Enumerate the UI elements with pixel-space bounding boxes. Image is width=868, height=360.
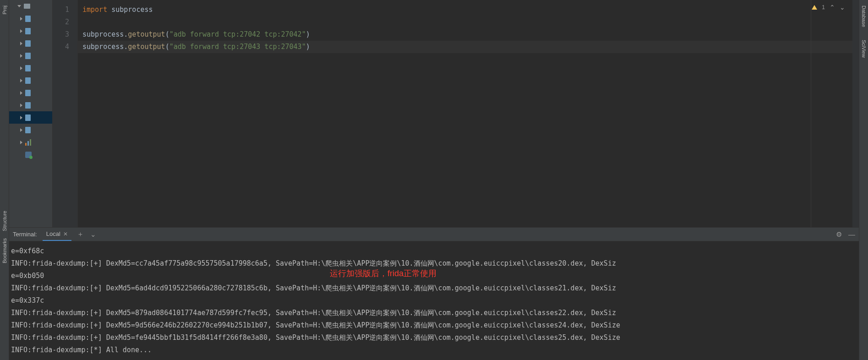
project-tool-button[interactable]: Proj: [2, 5, 7, 15]
file-icon: [25, 53, 31, 59]
chevron-right-icon: [20, 91, 22, 95]
right-tool-stripe: Database SciView: [859, 0, 868, 360]
tree-item[interactable]: [9, 74, 52, 87]
folder-icon: [24, 4, 30, 9]
terminal-line: INFO:frida-dexdump:[+] DexMd5=879ad08641…: [11, 307, 857, 319]
new-session-icon[interactable]: ＋: [77, 230, 84, 239]
inspection-stripe[interactable]: [852, 0, 859, 227]
file-icon: [25, 127, 31, 133]
chevron-down-icon: [17, 5, 21, 7]
editor-status-bar: 1 ⌃ ⌄: [812, 4, 845, 11]
code-line[interactable]: [78, 16, 852, 28]
chevron-right-icon: [20, 79, 22, 82]
line-number: 3: [53, 28, 77, 41]
line-number: 1: [53, 4, 77, 16]
terminal-line: INFO:frida-dexdump:[+] DexMd5=6ad4dcd919…: [11, 282, 857, 295]
warning-icon[interactable]: [812, 5, 817, 10]
tree-item-external[interactable]: [9, 136, 52, 148]
file-icon: [25, 16, 31, 22]
file-icon: [25, 77, 31, 84]
bookmarks-tool-button[interactable]: Bookmarks: [2, 238, 7, 263]
left-tool-stripe: Proj Structure Bookmarks: [0, 0, 9, 360]
code-area[interactable]: import subprocess subprocess.getoutput("…: [78, 0, 852, 227]
scratches-icon: [25, 152, 32, 158]
terminal-title: Terminal:: [13, 231, 37, 238]
tree-item[interactable]: [9, 25, 52, 37]
terminal-line: INFO:frida-dexdump:[*] All done...: [11, 344, 857, 356]
line-number: 2: [53, 16, 77, 28]
session-dropdown-icon[interactable]: ⌄: [90, 230, 96, 239]
terminal-tab-label: Local: [46, 230, 60, 237]
warning-count: 1: [822, 4, 825, 11]
terminal-tab-local[interactable]: Local ✕: [43, 228, 71, 241]
tree-item[interactable]: [9, 37, 52, 49]
chevron-right-icon: [20, 42, 22, 45]
file-icon: [25, 115, 31, 121]
tree-item-scratches[interactable]: [9, 148, 52, 161]
external-libraries-icon: [25, 139, 31, 146]
chevron-right-icon: [20, 17, 22, 21]
terminal-header: Terminal: Local ✕ ＋ ⌄ ⚙ —: [9, 228, 859, 241]
next-highlight-icon[interactable]: ⌄: [840, 4, 845, 11]
tree-folder-root[interactable]: [9, 0, 52, 12]
editor-gutter: 1 2 3 4: [53, 0, 78, 227]
tree-item[interactable]: [9, 62, 52, 74]
file-icon: [25, 102, 31, 109]
upper-split: 1 2 3 4 import subprocess subprocess.get…: [9, 0, 859, 227]
code-editor[interactable]: 1 2 3 4 import subprocess subprocess.get…: [53, 0, 859, 227]
structure-tool-button[interactable]: Structure: [2, 211, 7, 231]
tree-item-selected[interactable]: [9, 111, 52, 124]
terminal-line: e=0xf68c: [11, 245, 857, 257]
file-icon: [25, 90, 31, 96]
terminal-line: INFO:frida-dexdump:[+] DexMd5=fe9445bbf1…: [11, 332, 857, 344]
file-icon: [25, 40, 31, 47]
chevron-right-icon: [20, 66, 22, 70]
chevron-right-icon: [20, 29, 22, 33]
code-line-current[interactable]: subprocess.getoutput("adb forward tcp:27…: [78, 41, 852, 53]
annotation-overlay: 运行加强版后，frida正常使用: [330, 268, 437, 279]
tree-item[interactable]: [9, 124, 52, 136]
close-tab-icon[interactable]: ✕: [63, 231, 68, 237]
code-line[interactable]: import subprocess: [78, 4, 852, 16]
terminal-panel: Terminal: Local ✕ ＋ ⌄ ⚙ — e=0xf68c INFO:…: [9, 227, 859, 360]
terminal-line: e=0x337c: [11, 295, 857, 307]
right-margin-guide: [811, 0, 811, 227]
chevron-right-icon: [20, 128, 22, 132]
database-tool-button[interactable]: Database: [861, 5, 867, 27]
tree-item[interactable]: [9, 87, 52, 99]
terminal-settings-icon[interactable]: ⚙: [836, 230, 842, 239]
code-line[interactable]: subprocess.getoutput("adb forward tcp:27…: [78, 28, 852, 41]
chevron-right-icon: [20, 141, 22, 144]
file-icon: [25, 28, 31, 34]
main-area: 1 2 3 4 import subprocess subprocess.get…: [9, 0, 859, 360]
file-icon: [25, 65, 31, 71]
tree-item[interactable]: [9, 12, 52, 25]
hide-panel-icon[interactable]: —: [848, 230, 855, 238]
tree-item[interactable]: [9, 99, 52, 111]
prev-highlight-icon[interactable]: ⌃: [830, 4, 835, 11]
chevron-right-icon: [20, 104, 22, 107]
sciview-tool-button[interactable]: SciView: [861, 40, 867, 58]
chevron-right-icon: [20, 54, 22, 58]
terminal-line: INFO:frida-dexdump:[+] DexMd5=9d566e246b…: [11, 319, 857, 332]
chevron-right-icon: [20, 116, 22, 120]
tree-item[interactable]: [9, 49, 52, 62]
terminal-output[interactable]: e=0xf68c INFO:frida-dexdump:[+] DexMd5=c…: [9, 241, 859, 360]
project-tree[interactable]: [9, 0, 53, 227]
line-number: 4: [53, 41, 77, 53]
